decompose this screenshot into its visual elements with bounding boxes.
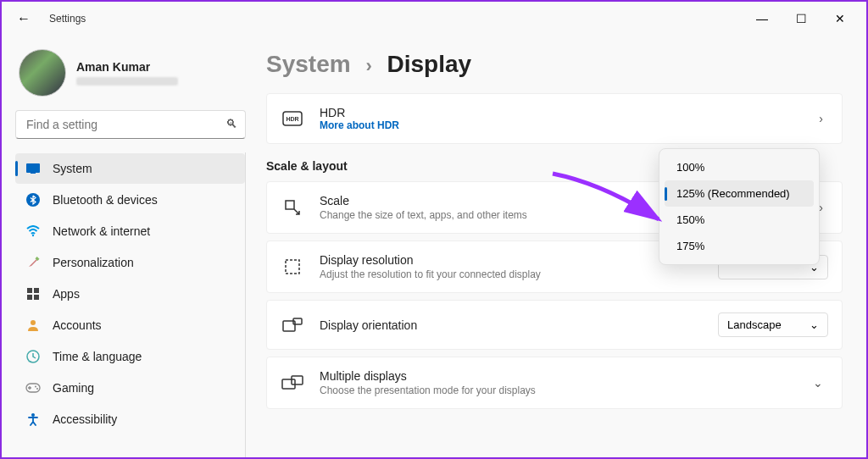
scale-option-150[interactable]: 150% (665, 207, 814, 233)
svg-point-12 (35, 386, 36, 388)
scale-card[interactable]: Scale Change the size of text, apps, and… (266, 181, 843, 234)
breadcrumb: System › Display (266, 51, 843, 78)
multiple-icon (281, 371, 304, 395)
multiple-sub: Choose the presentation mode for your di… (320, 384, 793, 396)
system-icon (25, 161, 41, 176)
sidebar-item-accounts[interactable]: Accounts (15, 310, 245, 340)
nav-label: Apps (53, 287, 80, 301)
maximize-button[interactable]: ☐ (782, 5, 821, 32)
svg-rect-8 (34, 295, 39, 300)
hdr-icon: HDR (281, 107, 304, 130)
profile-name: Aman Kumar (76, 60, 178, 74)
wifi-icon (25, 224, 41, 239)
resolution-icon (281, 255, 304, 279)
bluetooth-icon (25, 192, 41, 207)
profile[interactable]: Aman Kumar (15, 42, 246, 110)
nav-label: Time & language (53, 350, 142, 363)
svg-point-3 (32, 235, 34, 236)
scale-option-175[interactable]: 175% (665, 233, 814, 259)
hdr-card[interactable]: HDR HDR More about HDR › (266, 93, 843, 144)
svg-rect-17 (286, 201, 294, 209)
multiple-displays-card[interactable]: Multiple displays Choose the presentatio… (266, 357, 843, 409)
nav-label: Accounts (53, 318, 102, 332)
sidebar: Aman Kumar 🔍︎ System Bluetooth & devices… (2, 36, 256, 457)
back-button[interactable]: ← (8, 3, 39, 34)
scale-icon (281, 196, 304, 219)
sidebar-item-personalization[interactable]: Personalization (15, 247, 245, 278)
gaming-icon (25, 380, 41, 395)
nav-list: System Bluetooth & devices Network & int… (15, 152, 246, 457)
breadcrumb-parent[interactable]: System (266, 51, 351, 77)
sidebar-item-network[interactable]: Network & internet (15, 216, 245, 246)
svg-rect-5 (27, 288, 32, 293)
sidebar-item-bluetooth[interactable]: Bluetooth & devices (15, 185, 245, 215)
nav-label: Network & internet (53, 224, 150, 238)
nav-label: Gaming (53, 381, 94, 395)
avatar (19, 49, 66, 97)
resolution-title: Display resolution (320, 253, 703, 267)
clock-icon (25, 349, 41, 364)
chevron-down-icon: ⌄ (810, 318, 819, 331)
accessibility-icon (25, 412, 41, 427)
apps-icon (25, 286, 41, 301)
brush-icon (25, 255, 41, 270)
hdr-title: HDR (320, 106, 798, 119)
search: 🔍︎ (15, 110, 246, 139)
chevron-down-icon: ⌄ (808, 376, 828, 390)
svg-rect-7 (27, 295, 32, 300)
svg-rect-6 (34, 288, 39, 293)
accounts-icon (25, 318, 41, 333)
search-icon: 🔍︎ (225, 117, 237, 130)
svg-text:HDR: HDR (286, 116, 298, 122)
multiple-title: Multiple displays (320, 369, 793, 383)
scale-dropdown: 100% 125% (Recommended) 150% 175% (659, 148, 820, 265)
svg-point-9 (31, 320, 36, 325)
orientation-card[interactable]: Display orientation Landscape⌄ (266, 300, 843, 350)
nav-label: System (53, 162, 92, 175)
nav-label: Accessibility (53, 412, 117, 426)
svg-point-13 (36, 388, 38, 390)
sidebar-item-gaming[interactable]: Gaming (15, 373, 245, 403)
window-title: Settings (49, 13, 86, 25)
orientation-select[interactable]: Landscape⌄ (718, 312, 828, 337)
sidebar-item-accessibility[interactable]: Accessibility (15, 404, 245, 434)
orientation-title: Display orientation (320, 318, 703, 332)
resolution-sub: Adjust the resolution to fit your connec… (320, 268, 703, 280)
main-content: System › Display HDR HDR More about HDR … (256, 36, 866, 457)
svg-rect-22 (292, 376, 303, 384)
minimize-button[interactable]: — (743, 5, 782, 32)
scale-option-125[interactable]: 125% (Recommended) (665, 180, 814, 207)
nav-label: Personalization (53, 256, 134, 269)
sidebar-item-apps[interactable]: Apps (15, 279, 245, 309)
svg-point-14 (31, 413, 35, 417)
hdr-link[interactable]: More about HDR (320, 119, 798, 131)
svg-rect-18 (286, 260, 299, 274)
orientation-icon (281, 313, 304, 337)
scale-option-100[interactable]: 100% (665, 154, 814, 180)
sidebar-item-time[interactable]: Time & language (15, 341, 245, 372)
svg-rect-1 (31, 173, 36, 174)
sidebar-item-system[interactable]: System (15, 153, 245, 184)
profile-email (76, 77, 178, 86)
search-input[interactable] (15, 110, 246, 139)
svg-rect-0 (26, 163, 40, 173)
close-button[interactable]: ✕ (821, 5, 860, 32)
chevron-right-icon: › (814, 112, 828, 125)
nav-label: Bluetooth & devices (53, 193, 158, 207)
breadcrumb-sep: › (365, 55, 371, 76)
breadcrumb-current: Display (387, 51, 472, 77)
